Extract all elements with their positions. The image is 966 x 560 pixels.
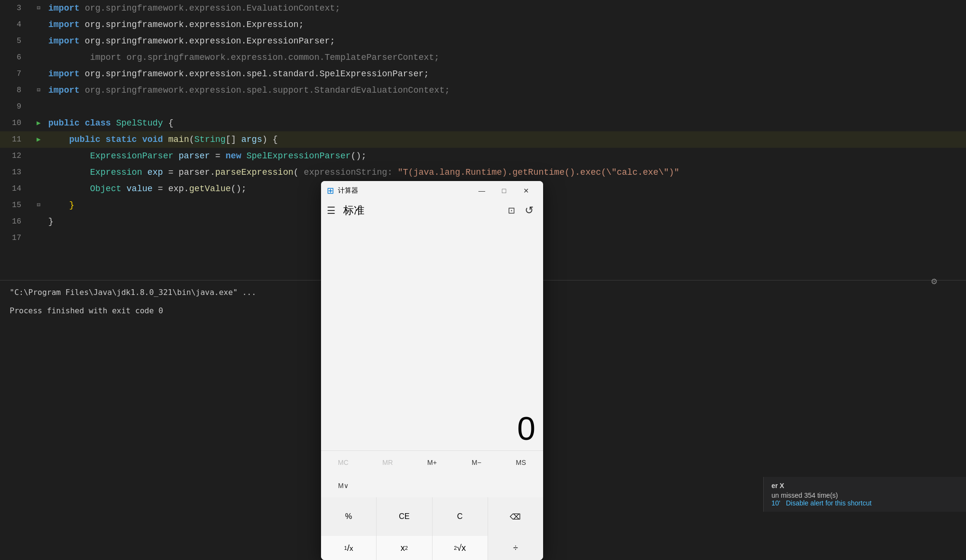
calc-history-button[interactable]: ↺: [521, 202, 537, 219]
code-line-6: 6 import org.springframework.expression.…: [0, 49, 966, 66]
calc-display-value: 0: [517, 412, 535, 445]
calc-mplus-button[interactable]: M+: [410, 451, 454, 474]
line-number: 11: [0, 131, 29, 148]
code-line-7: 7 import org.springframework.expression.…: [0, 66, 966, 82]
line-number: 10: [0, 115, 29, 131]
alert-title: er X: [771, 482, 958, 490]
calc-sqrt-button[interactable]: 2√x: [433, 536, 488, 560]
line-number: 12: [0, 148, 29, 164]
calc-percent-button[interactable]: %: [321, 497, 376, 536]
code-line-4: 4 import org.springframework.expression.…: [0, 16, 966, 33]
line-number: 7: [0, 66, 29, 82]
line-number: 15: [0, 197, 29, 213]
calc-buttons-row2: 1/x x2 2√x ÷: [321, 536, 543, 560]
line-gutter: ▶: [29, 115, 48, 131]
alert-link-time[interactable]: 10': [771, 499, 780, 507]
alert-panel: er X un missed 354 time(s) 10' Disable a…: [763, 477, 966, 512]
calc-maximize-button[interactable]: □: [493, 183, 515, 198]
line-content: import org.springframework.expression.sp…: [48, 66, 966, 82]
line-content: public static void main(String[] args) {: [48, 131, 966, 148]
code-line-12: 12 ExpressionParser parser = new SpelExp…: [0, 148, 966, 164]
line-gutter: ▶: [29, 131, 48, 148]
calc-display: 0: [321, 221, 543, 450]
line-number: 17: [0, 230, 29, 246]
fold-icon: ⊟: [37, 197, 40, 213]
alert-link-disable[interactable]: Disable alert for this shortcut: [786, 499, 871, 507]
line-gutter: ⊟: [29, 82, 48, 98]
calc-titlebar: ⊞ 计算器 — □ ✕: [321, 181, 543, 200]
line-content: ExpressionParser parser = new SpelExpres…: [48, 148, 966, 164]
line-number: 13: [0, 164, 29, 181]
calc-app-icon: ⊞: [327, 185, 334, 196]
alert-actions: 10' Disable alert for this shortcut: [771, 499, 958, 507]
calc-mr-button[interactable]: MR: [365, 451, 410, 474]
line-number: 3: [0, 0, 29, 16]
run-arrow-icon[interactable]: ▶: [37, 131, 41, 148]
line-content: import org.springframework.expression.co…: [48, 49, 966, 66]
calc-window-controls: — □ ✕: [471, 183, 537, 198]
line-content: import org.springframework.expression.Ex…: [48, 33, 966, 49]
line-content: Expression exp = parser.parseExpression(…: [48, 164, 966, 181]
calc-buttons-row1: % CE C ⌫: [321, 497, 543, 536]
calc-mv-button[interactable]: M∨: [321, 474, 365, 497]
calc-reciprocal-button[interactable]: 1/x: [321, 536, 376, 560]
gear-icon[interactable]: ⚙: [931, 275, 937, 287]
code-line-3: 3 ⊟ import org.springframework.expressio…: [0, 0, 966, 16]
calc-menu-icon[interactable]: ☰: [327, 205, 336, 216]
code-line-11: 11 ▶ public static void main(String[] ar…: [0, 131, 966, 148]
line-gutter: ⊟: [29, 0, 48, 16]
calc-mode-label: 标准: [343, 203, 508, 218]
line-gutter: ⊟: [29, 197, 48, 213]
code-line-10: 10 ▶ public class SpelStudy {: [0, 115, 966, 131]
line-number: 4: [0, 16, 29, 33]
calc-mminus-button[interactable]: M−: [454, 451, 499, 474]
fold-icon: ⊟: [37, 82, 40, 98]
calc-mode-header: ☰ 标准 ⊡ ↺: [321, 200, 543, 221]
calculator-window: ⊞ 计算器 — □ ✕ ☰ 标准 ⊡ ↺ 0 MC MR M+ M− MS M∨…: [321, 181, 543, 560]
line-number: 16: [0, 213, 29, 230]
calc-backspace-button[interactable]: ⌫: [488, 497, 543, 536]
line-number: 6: [0, 49, 29, 66]
calc-ms-button[interactable]: MS: [499, 451, 543, 474]
calc-close-button[interactable]: ✕: [515, 183, 537, 198]
code-line-9: 9: [0, 98, 966, 115]
calc-minimize-button[interactable]: —: [471, 183, 493, 198]
calc-mc-button[interactable]: MC: [321, 451, 365, 474]
code-line-8: 8 ⊟ import org.springframework.expressio…: [0, 82, 966, 98]
line-number: 14: [0, 181, 29, 197]
alert-text: un missed 354 time(s): [771, 491, 838, 499]
line-content: public class SpelStudy {: [48, 115, 966, 131]
line-number: 9: [0, 98, 29, 115]
calc-title-text: 计算器: [338, 186, 471, 195]
alert-body: un missed 354 time(s): [771, 491, 958, 499]
calc-c-button[interactable]: C: [433, 497, 488, 536]
code-line-5: 5 import org.springframework.expression.…: [0, 33, 966, 49]
line-number: 5: [0, 33, 29, 49]
calc-mode-icon: ⊡: [508, 205, 515, 216]
calc-square-button[interactable]: x2: [377, 536, 432, 560]
calc-divide-button[interactable]: ÷: [488, 536, 543, 560]
run-arrow-icon[interactable]: ▶: [37, 115, 41, 131]
code-line-13: 13 Expression exp = parser.parseExpressi…: [0, 164, 966, 181]
line-content: import org.springframework.expression.sp…: [48, 82, 966, 98]
calc-memory-row: MC MR M+ M− MS M∨: [321, 450, 543, 497]
fold-icon: ⊟: [37, 0, 40, 16]
line-content: import org.springframework.expression.Ev…: [48, 0, 966, 16]
line-number: 8: [0, 82, 29, 98]
calc-ce-button[interactable]: CE: [377, 497, 432, 536]
line-content: import org.springframework.expression.Ex…: [48, 16, 966, 33]
